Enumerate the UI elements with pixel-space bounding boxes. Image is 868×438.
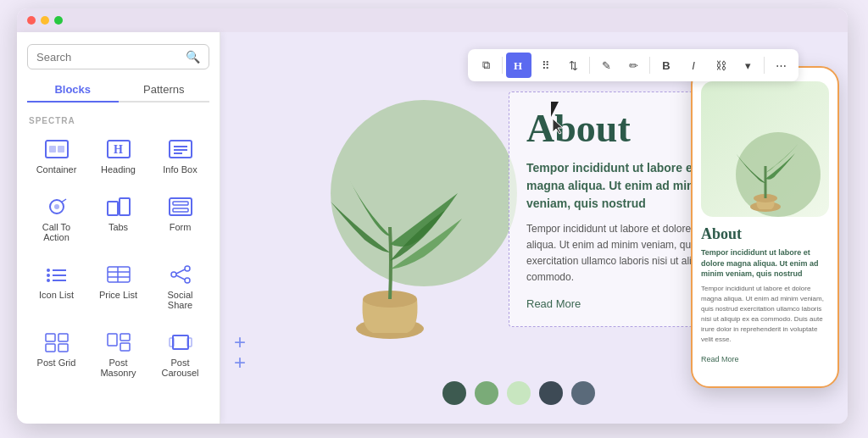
- toolbar-divider-4: [764, 57, 765, 74]
- tab-blocks[interactable]: Blocks: [27, 78, 119, 103]
- block-label-post-masonry: Post Masonry: [92, 358, 144, 378]
- toolbar-more-button[interactable]: ⋯: [768, 53, 793, 78]
- toolbar-heading-button[interactable]: H: [506, 53, 531, 78]
- svg-line-30: [176, 269, 185, 274]
- svg-point-28: [185, 266, 190, 271]
- call-to-action-icon: [42, 195, 72, 219]
- close-dot[interactable]: [27, 16, 36, 25]
- block-item-post-carousel[interactable]: Post Carousel: [151, 324, 209, 385]
- blocks-grid: Container H Heading: [27, 130, 209, 385]
- svg-rect-13: [120, 198, 130, 215]
- info-box-icon: [165, 137, 196, 161]
- svg-rect-34: [46, 344, 55, 352]
- toolbar-copy-button[interactable]: ⧉: [473, 53, 498, 78]
- color-dot-slate[interactable]: [571, 381, 595, 405]
- block-label-info-box: Info Box: [163, 164, 197, 175]
- block-label-icon-list: Icon List: [39, 290, 74, 300]
- block-label-form: Form: [170, 222, 192, 232]
- block-label-call-to-action: Call To Action: [31, 222, 82, 242]
- search-input[interactable]: [36, 51, 186, 64]
- post-carousel-icon: [165, 330, 196, 354]
- sidebar-tabs: Blocks Patterns: [27, 78, 209, 103]
- phone-body: Tempor incididunt ut labore et dolore ma…: [701, 284, 829, 345]
- color-dot-light-green[interactable]: [507, 381, 531, 405]
- toolbar: ⧉ H ⠿ ⇅ ✎ ✏ B I ⛓ ▾ ⋯: [468, 49, 798, 81]
- tab-patterns[interactable]: Patterns: [119, 78, 210, 101]
- block-item-post-masonry[interactable]: Post Masonry: [89, 324, 147, 385]
- svg-line-31: [176, 275, 185, 280]
- block-item-call-to-action[interactable]: Call To Action: [27, 188, 86, 249]
- phone-image-area: [701, 81, 829, 217]
- toolbar-italic-button[interactable]: I: [681, 53, 706, 78]
- browser-window: 🔍 Blocks Patterns SPECTRA: [17, 8, 848, 424]
- color-dot-medium-green[interactable]: [475, 381, 498, 405]
- phone-read-more-link[interactable]: Read More: [701, 355, 739, 363]
- tabs-icon: [103, 195, 134, 219]
- block-item-icon-list[interactable]: Icon List: [27, 256, 86, 317]
- svg-rect-1: [49, 146, 56, 152]
- price-list-icon: [103, 263, 134, 286]
- block-label-social-share: Social Share: [154, 290, 206, 310]
- icon-list-icon: [42, 263, 72, 286]
- toolbar-pin-button[interactable]: ✎: [593, 53, 619, 78]
- post-masonry-icon: [103, 330, 134, 354]
- browser-titlebar: [17, 8, 848, 32]
- block-item-post-grid[interactable]: Post Grid: [27, 324, 86, 385]
- svg-rect-35: [58, 344, 68, 352]
- svg-rect-0: [46, 141, 68, 158]
- block-item-price-list[interactable]: Price List: [89, 256, 147, 317]
- svg-point-27: [171, 272, 176, 277]
- svg-point-10: [54, 204, 59, 209]
- svg-point-17: [47, 269, 50, 272]
- color-dot-dark-slate[interactable]: [539, 381, 563, 405]
- section-label-spectra: SPECTRA: [29, 116, 209, 125]
- phone-title: About: [701, 225, 829, 243]
- block-item-heading[interactable]: H Heading: [89, 130, 147, 181]
- block-item-form[interactable]: Form: [151, 188, 209, 249]
- block-label-post-carousel: Post Carousel: [154, 358, 206, 378]
- deco-plus-1: ++: [234, 332, 246, 373]
- maximize-dot[interactable]: [54, 16, 63, 25]
- search-bar[interactable]: 🔍: [27, 44, 209, 69]
- toolbar-drag-button[interactable]: ⠿: [533, 53, 559, 78]
- block-item-social-share[interactable]: Social Share: [151, 256, 209, 317]
- block-item-container[interactable]: Container: [27, 130, 86, 181]
- svg-rect-37: [120, 334, 130, 341]
- svg-rect-15: [173, 202, 188, 205]
- svg-rect-32: [46, 334, 55, 341]
- block-label-post-grid: Post Grid: [37, 358, 76, 368]
- minimize-dot[interactable]: [41, 16, 49, 25]
- svg-point-19: [47, 274, 50, 277]
- svg-rect-38: [120, 343, 130, 351]
- phone-mockup: About Tempor incididunt ut labore et dol…: [691, 66, 839, 388]
- toolbar-dropdown-button[interactable]: ▾: [735, 53, 760, 78]
- svg-rect-33: [58, 334, 68, 341]
- svg-rect-39: [173, 335, 188, 349]
- search-icon: 🔍: [186, 50, 200, 64]
- toolbar-bold-button[interactable]: B: [654, 53, 679, 78]
- heading-icon: H: [103, 137, 134, 161]
- svg-text:H: H: [514, 59, 522, 72]
- color-dot-dark-green[interactable]: [442, 381, 466, 405]
- svg-point-29: [185, 278, 190, 283]
- form-icon: [165, 195, 196, 219]
- svg-rect-40: [170, 338, 174, 347]
- svg-rect-36: [108, 334, 117, 346]
- block-label-price-list: Price List: [99, 290, 137, 300]
- toolbar-move-button[interactable]: ⇅: [560, 53, 586, 78]
- block-item-info-box[interactable]: Info Box: [151, 130, 209, 181]
- svg-rect-12: [108, 202, 118, 215]
- svg-line-11: [61, 199, 66, 202]
- svg-rect-14: [170, 198, 192, 215]
- container-icon: [42, 137, 72, 161]
- phone-subtitle: Tempor incididunt ut labore et dolore ma…: [701, 247, 829, 280]
- toolbar-edit-button[interactable]: ✏: [620, 53, 646, 78]
- read-more-link[interactable]: Read More: [526, 297, 581, 310]
- block-label-container: Container: [36, 164, 77, 175]
- sidebar: 🔍 Blocks Patterns SPECTRA: [17, 32, 220, 424]
- editor-area[interactable]: ⧉ H ⠿ ⇅ ✎ ✏ B I ⛓ ▾ ⋯: [220, 32, 848, 424]
- svg-rect-16: [173, 208, 188, 212]
- toolbar-link-button[interactable]: ⛓: [708, 53, 733, 78]
- toolbar-divider-3: [649, 57, 650, 74]
- block-item-tabs[interactable]: Tabs: [89, 188, 147, 249]
